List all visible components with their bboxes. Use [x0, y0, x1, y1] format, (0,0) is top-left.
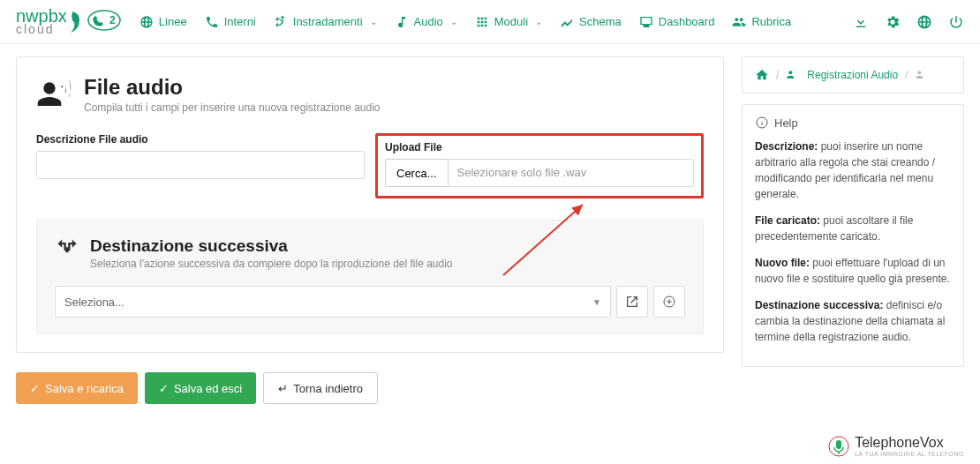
return-icon: ↵	[278, 382, 288, 395]
globe-icon	[139, 15, 154, 29]
nav-rubrica[interactable]: Rubrica	[732, 15, 791, 29]
phone-badge-icon: 2	[87, 9, 122, 35]
upload-placeholder[interactable]: Selezionare solo file .wav	[449, 159, 694, 187]
dest-title: Destinazione successiva	[90, 236, 453, 256]
split-icon	[274, 15, 288, 29]
browse-button[interactable]: Cerca...	[385, 159, 449, 187]
chevron-down-icon: ⌄	[450, 17, 457, 26]
people-icon	[732, 15, 746, 29]
caret-down-icon: ▼	[592, 297, 601, 307]
action-bar: ✓Salva e ricarica ✓Salva ed esci ↵Torna …	[16, 372, 724, 404]
top-navbar: nwpbx cloud 2 Linee Interni Instradament…	[0, 0, 980, 44]
footer-brand: TelephoneVox LA TUA IMMAGINE AL TELEFONO	[828, 435, 964, 457]
main-card: File audio Compila tutti i campi per ins…	[16, 56, 724, 353]
description-input[interactable]	[36, 151, 365, 179]
page-subtitle: Compila tutti i campi per inserire una n…	[84, 101, 381, 114]
grid-icon	[475, 15, 489, 29]
route-icon	[55, 236, 79, 261]
plus-circle-icon	[662, 295, 676, 309]
help-title: Help	[774, 116, 798, 130]
svg-point-4	[918, 71, 922, 74]
nav-instradamenti[interactable]: Instradamenti⌄	[274, 15, 377, 29]
upload-label: Upload File	[385, 141, 694, 153]
save-reload-button[interactable]: ✓Salva e ricarica	[16, 372, 138, 404]
help-panel: Help Descrizione: puoi inserire un nome …	[742, 104, 964, 367]
nav-moduli[interactable]: Moduli⌄	[475, 15, 542, 29]
chevron-down-icon: ⌄	[535, 17, 542, 26]
record-voice-icon[interactable]	[786, 68, 800, 82]
svg-point-3	[789, 71, 793, 74]
nav-schema[interactable]: Schema	[560, 15, 622, 29]
destination-select[interactable]: Seleziona... ▼	[55, 286, 611, 318]
monitor-icon	[639, 15, 653, 29]
nav-dashboard[interactable]: Dashboard	[639, 15, 715, 29]
chart-icon	[560, 15, 574, 29]
nav-audio[interactable]: Audio⌄	[395, 15, 457, 29]
quote-icon	[71, 11, 83, 33]
open-external-icon	[625, 295, 639, 309]
back-button[interactable]: ↵Torna indietro	[263, 372, 378, 404]
open-new-button[interactable]	[616, 286, 648, 318]
home-icon[interactable]	[755, 68, 769, 82]
record-voice-small-icon	[915, 68, 929, 82]
download-icon[interactable]	[853, 14, 869, 30]
save-exit-button[interactable]: ✓Salva ed esci	[145, 372, 256, 404]
check-icon: ✓	[30, 382, 40, 395]
breadcrumb-item[interactable]: Registrazioni Audio	[807, 69, 898, 81]
badge-number: 2	[109, 14, 116, 26]
desc-label: Descrizione File audio	[36, 133, 365, 146]
check-icon: ✓	[159, 382, 169, 395]
chevron-down-icon: ⌄	[370, 17, 377, 26]
logo[interactable]: nwpbx cloud 2	[16, 8, 122, 35]
destination-card: Destinazione successiva Seleziona l'azio…	[36, 220, 704, 334]
page-title: File audio	[84, 75, 381, 100]
gear-icon[interactable]	[885, 14, 901, 30]
svg-rect-8	[836, 440, 841, 449]
power-icon[interactable]	[948, 14, 964, 30]
add-button[interactable]	[653, 286, 685, 318]
record-voice-icon	[36, 75, 72, 110]
breadcrumb: / Registrazioni Audio /	[742, 56, 964, 94]
phone-icon	[205, 15, 219, 29]
nav-linee[interactable]: Linee	[139, 15, 187, 29]
svg-point-1	[43, 82, 55, 94]
dest-subtitle: Seleziona l'azione successiva da compier…	[90, 258, 453, 270]
info-icon	[755, 116, 769, 130]
mic-logo-icon	[828, 436, 849, 457]
globe-icon[interactable]	[916, 14, 932, 30]
music-icon	[395, 15, 409, 29]
nav-interni[interactable]: Interni	[205, 15, 256, 29]
upload-highlight-box: Upload File Cerca... Selezionare solo fi…	[375, 133, 704, 198]
